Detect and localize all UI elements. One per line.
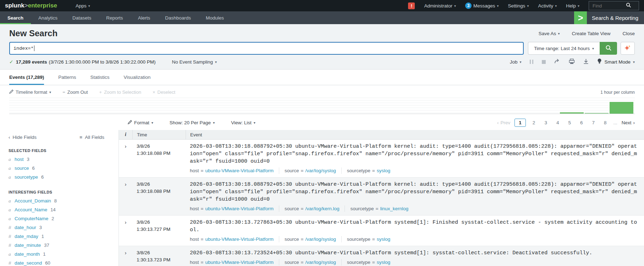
field-name[interactable]: date_mday xyxy=(15,232,38,241)
expand-event-icon[interactable]: › xyxy=(119,181,132,212)
field-name[interactable]: date_minute xyxy=(15,241,41,250)
column-header-time[interactable]: Time xyxy=(132,130,186,139)
messages-menu[interactable]: 3Messages▾ xyxy=(465,2,499,9)
appnav-reports[interactable]: Reports xyxy=(99,11,130,24)
appnav-analytics[interactable]: Analytics xyxy=(31,11,65,24)
sourcetype-value[interactable]: syslog xyxy=(377,168,390,173)
splunk-logo[interactable]: splunk>enterprise xyxy=(5,2,57,9)
close-button[interactable]: Close xyxy=(622,31,635,36)
next-page-button[interactable]: Next› xyxy=(622,120,635,125)
page-number[interactable]: 7 xyxy=(589,119,597,126)
timeline-bar[interactable] xyxy=(585,113,609,114)
save-as-menu[interactable]: Save As▾ xyxy=(539,31,560,36)
field-name[interactable]: Account_Name xyxy=(15,205,47,214)
field-name[interactable]: source xyxy=(15,164,29,173)
tab-statistics[interactable]: Statistics xyxy=(90,70,110,85)
alert-badge-icon[interactable]: ! xyxy=(408,2,415,9)
deselect-button[interactable]: ×Deselect xyxy=(153,89,175,95)
field-item-source[interactable]: asource6 xyxy=(9,164,112,173)
field-item-date-month[interactable]: adate_month1 xyxy=(9,250,112,259)
tab-events[interactable]: Events (17,289) xyxy=(9,70,44,85)
find-search-box[interactable] xyxy=(589,1,639,10)
field-name[interactable]: ComputerName xyxy=(15,214,48,223)
field-item-host[interactable]: ahost3 xyxy=(9,155,112,164)
appnav-alerts[interactable]: Alerts xyxy=(131,11,158,24)
help-menu[interactable]: Help▾ xyxy=(566,3,579,9)
page-number[interactable]: 5 xyxy=(566,119,573,126)
page-number-current[interactable]: 1 xyxy=(514,119,526,127)
appnav-dashboards[interactable]: Dashboards xyxy=(158,11,198,24)
event-raw-text[interactable]: 2026-03-08T13:30:13.723524+05:30 ubuntu-… xyxy=(190,249,638,257)
timeline-bar[interactable] xyxy=(610,102,633,114)
page-number[interactable]: 2 xyxy=(530,119,538,126)
appnav-modules[interactable]: Modules xyxy=(198,11,231,24)
event-raw-text[interactable]: 2026-03-08T13:30:13.727863+05:30 ubuntu-… xyxy=(190,219,638,234)
event-sampling-menu[interactable]: No Event Sampling▾ xyxy=(172,59,217,65)
host-value[interactable]: ubuntu-VMware-Virtual-Platform xyxy=(205,206,274,211)
export-download-icon[interactable] xyxy=(583,59,589,65)
field-name[interactable]: sourcetype xyxy=(15,173,38,181)
tab-visualization[interactable]: Visualization xyxy=(124,70,151,85)
field-item-date-hour[interactable]: #date_hour3 xyxy=(9,223,112,232)
run-search-button[interactable] xyxy=(600,42,617,55)
user-menu[interactable]: Administrator▾ xyxy=(424,3,456,9)
format-menu[interactable]: Format▾ xyxy=(128,120,153,125)
zoom-to-selection-button[interactable]: +Zoom to Selection xyxy=(99,89,141,95)
field-item-sourcetype[interactable]: asourcetype6 xyxy=(9,173,112,181)
find-input[interactable] xyxy=(592,3,626,9)
search-mode-menu[interactable]: Smart Mode▾ xyxy=(597,58,635,65)
field-name[interactable]: date_hour xyxy=(15,223,36,232)
field-item-date-second[interactable]: #date_second60 xyxy=(9,259,112,266)
app-logo-icon[interactable]: > xyxy=(574,11,587,24)
events-timeline-chart[interactable] xyxy=(9,98,635,114)
source-value[interactable]: /var/log/syslog xyxy=(305,168,336,173)
field-name[interactable]: host xyxy=(15,155,24,164)
hide-fields-button[interactable]: ‹Hide Fields xyxy=(9,135,37,140)
tab-patterns[interactable]: Patterns xyxy=(58,70,76,85)
print-icon[interactable] xyxy=(569,59,575,65)
page-number[interactable]: 4 xyxy=(554,119,562,126)
source-value[interactable]: /var/log/syslog xyxy=(305,260,336,265)
share-icon[interactable] xyxy=(554,59,560,65)
job-menu[interactable]: Job▾ xyxy=(510,59,522,65)
search-query-input[interactable]: index=* xyxy=(9,42,524,55)
field-name[interactable]: date_second xyxy=(15,259,42,266)
timeline-bar[interactable] xyxy=(560,112,584,114)
time-range-picker[interactable]: Time range: Last 24 hours▾ xyxy=(528,42,600,55)
create-table-view-button[interactable]: Create Table View xyxy=(572,31,610,36)
ai-assistant-button[interactable] xyxy=(621,42,635,55)
field-item-account-domain[interactable]: aAccount_Domain8 xyxy=(9,196,112,205)
page-number[interactable]: 6 xyxy=(578,119,585,126)
event-raw-text[interactable]: 2026-03-08T13:30:18.088792+05:30 ubuntu-… xyxy=(190,181,638,203)
timeline-format-menu[interactable]: Timeline format▾ xyxy=(9,89,51,95)
source-value[interactable]: /var/log/syslog xyxy=(305,237,336,242)
field-item-account-name[interactable]: aAccount_Name14 xyxy=(9,205,112,214)
event-raw-text[interactable]: 2026-03-08T13:30:18.088792+05:30 ubuntu-… xyxy=(190,143,638,165)
host-value[interactable]: ubuntu-VMware-Virtual-Platform xyxy=(205,260,274,265)
all-fields-button[interactable]: ≡All Fields xyxy=(79,135,104,140)
apps-menu[interactable]: Apps▾ xyxy=(76,3,90,9)
appnav-search[interactable]: Search xyxy=(0,11,31,24)
activity-menu[interactable]: Activity▾ xyxy=(538,3,557,9)
field-name[interactable]: Account_Domain xyxy=(15,196,51,205)
appnav-datasets[interactable]: Datasets xyxy=(65,11,99,24)
search-icon[interactable] xyxy=(626,2,631,9)
field-item-computername[interactable]: aComputerName2 xyxy=(9,214,112,223)
sourcetype-value[interactable]: linux_kernlog xyxy=(380,206,408,211)
host-value[interactable]: ubuntu-VMware-Virtual-Platform xyxy=(205,237,274,242)
host-value[interactable]: ubuntu-VMware-Virtual-Platform xyxy=(205,168,274,173)
prev-page-button[interactable]: ‹Prev xyxy=(497,120,510,125)
per-page-menu[interactable]: Show: 20 Per Page▾ xyxy=(170,120,215,125)
settings-menu[interactable]: Settings▾ xyxy=(508,3,529,9)
pause-job-icon[interactable] xyxy=(530,60,533,64)
expand-event-icon[interactable]: › xyxy=(119,249,132,265)
field-item-date-mday[interactable]: #date_mday1 xyxy=(9,232,112,241)
expand-event-icon[interactable]: › xyxy=(119,219,132,242)
zoom-out-button[interactable]: −Zoom Out xyxy=(62,89,88,95)
view-menu[interactable]: View: List▾ xyxy=(231,120,255,125)
source-value[interactable]: /var/log/kern.log xyxy=(305,206,339,211)
sourcetype-value[interactable]: syslog xyxy=(377,237,390,242)
expand-event-icon[interactable]: › xyxy=(119,143,132,174)
page-number[interactable]: 3 xyxy=(542,119,550,126)
page-number[interactable]: 8 xyxy=(601,119,609,126)
